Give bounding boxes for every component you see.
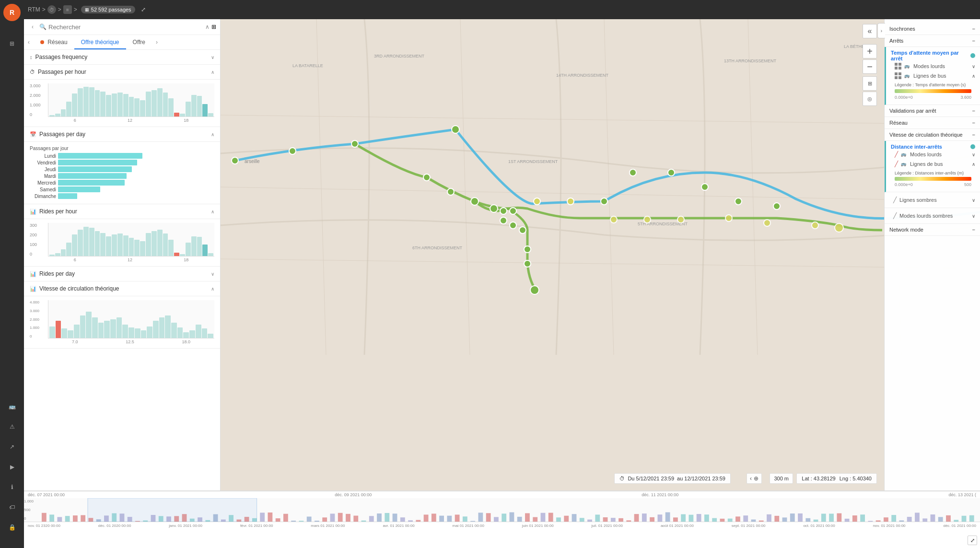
sidebar-icon-grid[interactable]: ⊞ — [5, 36, 19, 51]
section-passages-frequency[interactable]: ↕ Passages frequency ∨ — [24, 50, 220, 65]
tab-offre-theorique[interactable]: Offre théorique — [74, 35, 126, 49]
tab-nav-back[interactable]: ‹ — [24, 37, 34, 47]
sidebar-icon-lock[interactable]: 🔒 — [5, 520, 19, 535]
sidebar-icon-tag[interactable]: 🏷 — [5, 500, 19, 514]
svg-rect-109 — [502, 513, 506, 522]
distance-dot — [970, 144, 975, 149]
modes-sombres-item[interactable]: ╱ Modes lourds sombres ∨ — [889, 211, 975, 221]
breadcrumb-rtm[interactable]: RTM — [28, 6, 40, 13]
chart-bar — [110, 319, 116, 338]
chart-bar — [49, 255, 55, 256]
svg-rect-150 — [821, 513, 826, 522]
tab-nav-forward[interactable]: › — [152, 37, 162, 47]
section-vitesse-header[interactable]: 📊 Vitesse de circulation théorique ∧ — [24, 281, 220, 296]
grid-toggle-icon[interactable]: ⊞ — [211, 23, 216, 30]
svg-rect-137 — [720, 519, 725, 522]
section-passages-per-hour-header[interactable]: ⏱ Passages per hour ∧ — [24, 65, 220, 80]
chart-bar — [140, 100, 145, 117]
modes-lourds-2[interactable]: ╱ 🚌 Modes lourds ∨ — [891, 150, 975, 159]
map-compass-btn[interactable]: ◎ — [863, 92, 877, 106]
modes-sombres-expand[interactable]: ∨ — [972, 213, 975, 219]
map-layers-btn[interactable]: ⊞ — [863, 76, 877, 91]
map-nav-prev[interactable]: ‹ — [750, 475, 752, 482]
lignes-bus-2[interactable]: ╱ 🚌 Lignes de bus ∧ — [891, 159, 975, 169]
chart-bar — [106, 236, 111, 256]
svg-rect-79 — [268, 513, 272, 522]
modes-lourds-1-expand[interactable]: ∨ — [972, 64, 975, 69]
expand-icon[interactable]: ⤢ — [141, 6, 146, 13]
svg-rect-154 — [852, 515, 857, 522]
svg-rect-61 — [128, 517, 132, 522]
arrets-collapse[interactable]: − — [972, 38, 975, 44]
search-nav-back[interactable]: ‹ — [28, 22, 37, 32]
middle-area: ‹ 🔍 ∧ ⊞ ‹ Réseau Offre théorique — [24, 19, 980, 490]
svg-rect-95 — [393, 513, 397, 522]
network-mode-collapse[interactable]: − — [972, 227, 975, 233]
svg-rect-75 — [236, 520, 241, 522]
reseau-collapse[interactable]: − — [972, 120, 975, 126]
search-input[interactable] — [48, 23, 203, 31]
section-rides-per-day-header[interactable]: 📊 Rides per day ∨ — [24, 267, 220, 281]
svg-rect-50 — [42, 513, 47, 522]
map-collapse-btn[interactable]: « — [863, 24, 877, 38]
svg-rect-147 — [798, 513, 803, 522]
chart-bar — [56, 321, 61, 338]
lignes-bus-2-expand[interactable]: ∧ — [972, 162, 975, 167]
rides-per-day-title: Rides per day — [39, 270, 75, 277]
svg-point-37 — [500, 217, 507, 224]
chart-bar — [174, 253, 179, 256]
sidebar-icon-play[interactable]: ▶ — [5, 460, 19, 474]
svg-point-34 — [490, 205, 498, 212]
breadcrumb: RTM > ⏱ > ≡ > — [28, 5, 77, 14]
svg-rect-94 — [385, 513, 389, 522]
svg-point-46 — [725, 215, 732, 222]
section-passages-per-day-header[interactable]: 📅 Passages per day ∧ — [24, 127, 220, 142]
lignes-bus-1-expand[interactable]: ∧ — [972, 73, 975, 79]
chart-bar — [196, 325, 201, 338]
timeline-expand-btn[interactable]: ⤢ — [968, 536, 977, 545]
chart-bar — [72, 234, 77, 256]
chart-bar — [153, 321, 159, 338]
temps-attente-legend-labels: 0.000e+0 3.600 — [895, 95, 971, 100]
isochrones-collapse[interactable]: − — [972, 26, 975, 32]
svg-point-26 — [668, 169, 675, 176]
map-nav-target[interactable]: ⊕ — [754, 475, 758, 482]
search-nav-up[interactable]: ∧ — [205, 23, 210, 30]
svg-text:LA BATARELLE: LA BATARELLE — [292, 63, 323, 68]
svg-rect-103 — [455, 514, 460, 522]
lignes-bus-1[interactable]: 🚌 Lignes de bus ∧ — [891, 71, 975, 81]
svg-rect-133 — [689, 515, 694, 522]
svg-point-18 — [232, 157, 238, 164]
modes-lourds-2-expand[interactable]: ∨ — [972, 152, 975, 157]
timeline-main-chart[interactable]: 1.000 500 0 — [24, 498, 980, 522]
vitesse-right-label: Vitesse de circulation théorique — [889, 132, 963, 138]
svg-rect-148 — [805, 518, 810, 522]
sidebar-icon-alert[interactable]: ⚠ — [5, 420, 19, 434]
tab-reseau[interactable]: Réseau — [34, 35, 74, 49]
sidebar-icon-bus[interactable]: 🚌 — [5, 399, 19, 414]
passages-per-day-title: Passages per day — [39, 131, 85, 138]
map-zoom-in[interactable]: + — [863, 44, 877, 58]
validations-collapse[interactable]: − — [972, 108, 975, 114]
lignes-sombres-expand[interactable]: ∨ — [972, 198, 975, 203]
date-range-display: ⏱ Du 5/12/2021 23:59 au 12/12/2021 23:59 — [614, 473, 731, 484]
svg-rect-127 — [642, 513, 647, 522]
svg-rect-134 — [697, 514, 701, 522]
sidebar-icon-share[interactable]: ↗ — [5, 440, 19, 454]
right-panel-collapse-btn[interactable]: › — [877, 23, 885, 38]
svg-point-24 — [601, 198, 607, 205]
right-section-vitesse-right: Vitesse de circulation théorique − — [885, 129, 980, 141]
diag-icon-2: ╱ — [895, 161, 898, 167]
vitesse-right-collapse[interactable]: − — [972, 132, 975, 138]
map-zoom-out[interactable]: − — [863, 59, 877, 74]
section-rides-per-hour-header[interactable]: 📊 Rides per hour ∧ — [24, 204, 220, 219]
chart-bar — [117, 233, 123, 256]
modes-lourds-1[interactable]: 🚌 Modes lourds ∨ — [891, 61, 975, 71]
chart-bar — [66, 102, 71, 117]
chart-bar — [61, 109, 66, 117]
sidebar-icon-info[interactable]: ℹ — [5, 480, 19, 494]
map-area[interactable]: 3RD ARRONDISSEMENT 14TH ARRONDISSEMENT 1… — [221, 19, 980, 490]
tab-offre[interactable]: Offre — [126, 35, 152, 49]
svg-rect-100 — [432, 513, 436, 522]
lignes-sombres-item[interactable]: ╱ Lignes sombres ∨ — [889, 195, 975, 205]
